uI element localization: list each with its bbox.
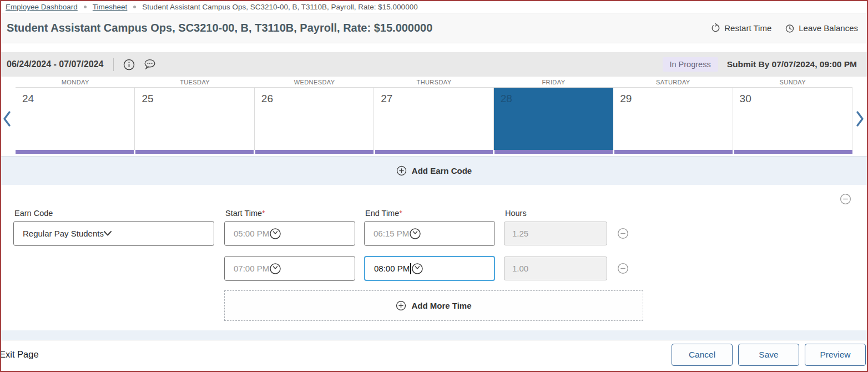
clock-icon[interactable] bbox=[409, 228, 421, 240]
dow-label: SUNDAY bbox=[733, 77, 852, 87]
day-number: 26 bbox=[261, 93, 273, 104]
info-icon[interactable] bbox=[123, 58, 135, 71]
required-marker: * bbox=[262, 209, 265, 218]
earn-code-label: Earn Code bbox=[14, 209, 53, 218]
clock-icon[interactable] bbox=[411, 263, 423, 275]
earn-code-select[interactable]: Regular Pay Students bbox=[13, 221, 214, 246]
comments-icon[interactable] bbox=[143, 58, 157, 71]
day-underline-bar bbox=[16, 150, 134, 154]
start-time-input-row2[interactable]: 07:00 PM bbox=[224, 256, 355, 281]
cancel-button[interactable]: Cancel bbox=[672, 344, 733, 366]
plus-circle-icon bbox=[396, 300, 406, 311]
preview-button[interactable]: Preview bbox=[805, 344, 866, 366]
day-number: 24 bbox=[22, 93, 34, 104]
submit-by-text: Submit By 07/07/2024, 09:00 PM bbox=[727, 59, 857, 69]
earn-code-value: Regular Pay Students bbox=[23, 229, 104, 238]
calendar-day-cell[interactable]: 26 bbox=[255, 88, 374, 150]
breadcrumb-timesheet[interactable]: Timesheet bbox=[93, 3, 128, 11]
page-title: Student Assistant Campus Ops, SC3210-00,… bbox=[7, 22, 432, 34]
time-entry-panel: Earn Code Start Time* End Time* Hours Re… bbox=[1, 185, 867, 330]
dow-label: MONDAY bbox=[16, 77, 135, 87]
add-earn-code-label: Add Earn Code bbox=[412, 166, 472, 175]
chevron-right-icon bbox=[856, 110, 865, 127]
exit-page-link[interactable]: Exit Page bbox=[0, 349, 39, 360]
hours-output-row2: 1.00 bbox=[504, 257, 607, 280]
day-cells: 24 25 26 27 28 29 30 bbox=[16, 88, 852, 150]
pay-period-range: 06/24/2024 - 07/07/2024 bbox=[7, 59, 103, 69]
next-week-button[interactable] bbox=[856, 88, 865, 150]
breadcrumb-employee-dashboard[interactable]: Employee Dashboard bbox=[6, 3, 78, 11]
add-earn-code-button[interactable]: Add Earn Code bbox=[1, 156, 867, 185]
end-time-input-row1[interactable]: 06:15 PM bbox=[364, 221, 495, 246]
day-number: 28 bbox=[501, 93, 512, 104]
dow-label: SATURDAY bbox=[613, 77, 733, 87]
hours-label: Hours bbox=[505, 209, 527, 218]
calendar-day-cell[interactable]: 29 bbox=[613, 88, 733, 150]
remove-time-row2-button[interactable] bbox=[617, 263, 629, 274]
breadcrumb-separator-icon bbox=[133, 6, 136, 8]
dow-label: THURSDAY bbox=[374, 77, 493, 87]
dow-label: TUESDAY bbox=[135, 77, 254, 87]
divider bbox=[113, 58, 114, 71]
day-underline-bar bbox=[375, 150, 493, 154]
day-underline-bar bbox=[494, 150, 613, 154]
chevron-down-icon bbox=[104, 231, 112, 236]
restart-time-label: Restart Time bbox=[724, 23, 771, 33]
breadcrumb-current-page: Student Assistant Campus Ops, SC3210-00,… bbox=[142, 3, 417, 11]
day-number: 29 bbox=[620, 93, 632, 104]
plus-circle-icon bbox=[396, 165, 407, 176]
clock-icon[interactable] bbox=[269, 263, 281, 275]
chevron-left-icon bbox=[2, 110, 11, 127]
end-time-input-row2[interactable]: 08:00 PM bbox=[364, 256, 495, 281]
title-bar: Student Assistant Campus Ops, SC3210-00,… bbox=[1, 13, 867, 43]
remove-earn-code-button[interactable] bbox=[840, 193, 851, 205]
day-underline-bar bbox=[135, 150, 254, 154]
clock-icon[interactable] bbox=[269, 228, 281, 240]
calendar-day-cell[interactable]: 25 bbox=[135, 88, 254, 150]
hours-output-row1: 1.25 bbox=[504, 222, 607, 245]
save-button[interactable]: Save bbox=[738, 344, 799, 366]
previous-week-button[interactable] bbox=[2, 88, 11, 150]
calendar-day-cell-selected[interactable]: 28 bbox=[494, 88, 613, 150]
footer-accent-strip bbox=[1, 330, 867, 340]
day-underline-bar bbox=[255, 150, 374, 154]
leave-balances-label: Leave Balances bbox=[799, 23, 858, 33]
required-marker: * bbox=[399, 209, 402, 218]
calendar-day-cell[interactable]: 24 bbox=[16, 88, 135, 150]
start-time-input-row1[interactable]: 05:00 PM bbox=[224, 221, 355, 246]
calendar-day-cell[interactable]: 27 bbox=[374, 88, 493, 150]
pay-period-bar: 06/24/2024 - 07/07/2024 In Progress Subm… bbox=[1, 52, 867, 77]
add-more-time-button[interactable]: Add More Time bbox=[224, 290, 643, 321]
breadcrumb: Employee Dashboard Timesheet Student Ass… bbox=[1, 1, 867, 13]
spacer bbox=[1, 43, 867, 52]
leave-balances-clock-icon bbox=[785, 23, 795, 33]
add-more-time-label: Add More Time bbox=[411, 301, 471, 310]
start-time-label: Start Time* bbox=[225, 209, 265, 218]
restart-time-button[interactable]: Restart Time bbox=[711, 23, 771, 33]
day-number: 30 bbox=[740, 93, 751, 104]
calendar-day-cell[interactable]: 30 bbox=[733, 88, 852, 150]
end-time-label: End Time* bbox=[365, 209, 402, 218]
dow-label: WEDNESDAY bbox=[255, 77, 374, 87]
day-underline-bar bbox=[614, 150, 733, 154]
restart-icon bbox=[711, 23, 720, 33]
leave-balances-button[interactable]: Leave Balances bbox=[785, 23, 858, 33]
breadcrumb-separator-icon bbox=[84, 6, 87, 8]
day-underline-row bbox=[16, 150, 852, 154]
status-badge: In Progress bbox=[663, 57, 718, 72]
remove-time-row1-button[interactable] bbox=[617, 228, 629, 239]
dow-label: FRIDAY bbox=[494, 77, 613, 87]
day-number: 27 bbox=[381, 93, 392, 104]
footer-bar: Exit Page Cancel Save Preview bbox=[1, 340, 867, 369]
week-calendar: MONDAY TUESDAY WEDNESDAY THURSDAY FRIDAY… bbox=[1, 77, 867, 154]
day-underline-bar bbox=[734, 150, 852, 154]
day-number: 25 bbox=[142, 93, 153, 104]
day-of-week-header: MONDAY TUESDAY WEDNESDAY THURSDAY FRIDAY… bbox=[16, 77, 852, 88]
